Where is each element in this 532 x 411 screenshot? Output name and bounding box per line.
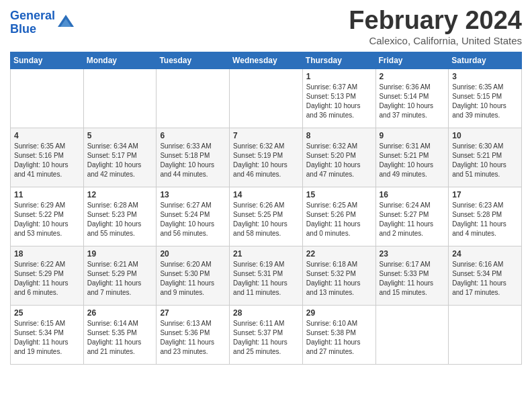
day-number: 21 xyxy=(233,249,299,259)
day-number: 25 xyxy=(14,308,80,318)
day-number: 1 xyxy=(306,72,372,81)
calendar-body: 1Sunrise: 6:37 AM Sunset: 5:13 PM Daylig… xyxy=(11,68,522,364)
logo: GeneralBlue xyxy=(10,9,75,36)
day-number: 29 xyxy=(306,308,372,318)
calendar-cell: 28Sunrise: 6:11 AM Sunset: 5:37 PM Dayli… xyxy=(230,305,303,364)
day-number: 28 xyxy=(233,308,299,318)
calendar-cell: 23Sunrise: 6:17 AM Sunset: 5:33 PM Dayli… xyxy=(375,246,449,305)
day-number: 18 xyxy=(14,249,80,259)
day-number: 20 xyxy=(160,249,226,259)
day-info: Sunrise: 6:23 AM Sunset: 5:28 PM Dayligh… xyxy=(452,201,518,238)
day-info: Sunrise: 6:25 AM Sunset: 5:26 PM Dayligh… xyxy=(306,201,372,238)
calendar-cell xyxy=(449,305,522,364)
day-number: 3 xyxy=(452,72,518,81)
day-number: 27 xyxy=(160,308,226,318)
day-info: Sunrise: 6:13 AM Sunset: 5:36 PM Dayligh… xyxy=(160,319,226,357)
calendar-cell: 2Sunrise: 6:36 AM Sunset: 5:14 PM Daylig… xyxy=(375,68,449,128)
day-number: 22 xyxy=(306,249,372,259)
calendar-cell xyxy=(375,305,449,364)
day-info: Sunrise: 6:26 AM Sunset: 5:25 PM Dayligh… xyxy=(233,201,299,238)
calendar-table: Sunday Monday Tuesday Wednesday Thursday… xyxy=(10,52,522,365)
logo-icon xyxy=(56,13,75,32)
week-row-2: 4Sunrise: 6:35 AM Sunset: 5:16 PM Daylig… xyxy=(11,128,522,187)
day-number: 14 xyxy=(233,190,299,199)
day-info: Sunrise: 6:21 AM Sunset: 5:29 PM Dayligh… xyxy=(87,260,153,298)
calendar-cell: 20Sunrise: 6:20 AM Sunset: 5:30 PM Dayli… xyxy=(157,246,230,305)
calendar-cell: 12Sunrise: 6:28 AM Sunset: 5:23 PM Dayli… xyxy=(83,187,157,246)
day-number: 24 xyxy=(452,249,518,259)
day-number: 23 xyxy=(380,249,445,259)
calendar-cell: 21Sunrise: 6:19 AM Sunset: 5:31 PM Dayli… xyxy=(230,246,303,305)
day-info: Sunrise: 6:20 AM Sunset: 5:30 PM Dayligh… xyxy=(160,260,226,298)
day-info: Sunrise: 6:27 AM Sunset: 5:24 PM Dayligh… xyxy=(160,201,226,238)
day-number: 8 xyxy=(306,131,372,140)
day-number: 4 xyxy=(14,131,80,140)
calendar-cell: 13Sunrise: 6:27 AM Sunset: 5:24 PM Dayli… xyxy=(157,187,230,246)
day-info: Sunrise: 6:22 AM Sunset: 5:29 PM Dayligh… xyxy=(14,260,80,298)
day-number: 6 xyxy=(160,131,226,140)
day-number: 2 xyxy=(380,72,445,81)
day-info: Sunrise: 6:37 AM Sunset: 5:13 PM Dayligh… xyxy=(306,83,372,120)
day-info: Sunrise: 6:34 AM Sunset: 5:17 PM Dayligh… xyxy=(87,142,153,179)
calendar-cell: 11Sunrise: 6:29 AM Sunset: 5:22 PM Dayli… xyxy=(11,187,84,246)
calendar-cell: 17Sunrise: 6:23 AM Sunset: 5:28 PM Dayli… xyxy=(449,187,522,246)
calendar-cell: 5Sunrise: 6:34 AM Sunset: 5:17 PM Daylig… xyxy=(83,128,157,187)
week-row-1: 1Sunrise: 6:37 AM Sunset: 5:13 PM Daylig… xyxy=(11,68,522,128)
day-number: 10 xyxy=(452,131,518,140)
day-info: Sunrise: 6:30 AM Sunset: 5:21 PM Dayligh… xyxy=(452,142,518,179)
col-saturday: Saturday xyxy=(449,52,522,68)
day-number: 9 xyxy=(380,131,445,140)
day-info: Sunrise: 6:19 AM Sunset: 5:31 PM Dayligh… xyxy=(233,260,299,298)
calendar-cell: 27Sunrise: 6:13 AM Sunset: 5:36 PM Dayli… xyxy=(157,305,230,364)
col-tuesday: Tuesday xyxy=(157,52,230,68)
calendar-cell: 15Sunrise: 6:25 AM Sunset: 5:26 PM Dayli… xyxy=(302,187,375,246)
day-number: 16 xyxy=(380,190,445,199)
calendar-cell: 10Sunrise: 6:30 AM Sunset: 5:21 PM Dayli… xyxy=(449,128,522,187)
calendar-cell: 18Sunrise: 6:22 AM Sunset: 5:29 PM Dayli… xyxy=(11,246,84,305)
day-info: Sunrise: 6:18 AM Sunset: 5:32 PM Dayligh… xyxy=(306,260,372,298)
day-info: Sunrise: 6:32 AM Sunset: 5:19 PM Dayligh… xyxy=(233,142,299,179)
day-info: Sunrise: 6:28 AM Sunset: 5:23 PM Dayligh… xyxy=(87,201,153,238)
day-number: 26 xyxy=(87,308,153,318)
calendar-cell: 25Sunrise: 6:15 AM Sunset: 5:34 PM Dayli… xyxy=(11,305,84,364)
calendar-cell: 8Sunrise: 6:32 AM Sunset: 5:20 PM Daylig… xyxy=(302,128,375,187)
calendar-cell xyxy=(11,68,84,128)
calendar-cell: 4Sunrise: 6:35 AM Sunset: 5:16 PM Daylig… xyxy=(11,128,84,187)
week-row-4: 18Sunrise: 6:22 AM Sunset: 5:29 PM Dayli… xyxy=(11,246,522,305)
col-friday: Friday xyxy=(375,52,449,68)
day-info: Sunrise: 6:35 AM Sunset: 5:16 PM Dayligh… xyxy=(14,142,80,179)
day-info: Sunrise: 6:33 AM Sunset: 5:18 PM Dayligh… xyxy=(160,142,226,179)
calendar-cell: 29Sunrise: 6:10 AM Sunset: 5:38 PM Dayli… xyxy=(302,305,375,364)
calendar-header-row: Sunday Monday Tuesday Wednesday Thursday… xyxy=(11,52,522,68)
day-info: Sunrise: 6:35 AM Sunset: 5:15 PM Dayligh… xyxy=(452,83,518,120)
day-info: Sunrise: 6:29 AM Sunset: 5:22 PM Dayligh… xyxy=(14,201,80,238)
calendar-cell xyxy=(157,68,230,128)
day-number: 7 xyxy=(233,131,299,140)
col-thursday: Thursday xyxy=(302,52,375,68)
calendar-cell: 7Sunrise: 6:32 AM Sunset: 5:19 PM Daylig… xyxy=(230,128,303,187)
month-title: February 2024 xyxy=(349,7,522,35)
title-area: February 2024 Calexico, California, Unit… xyxy=(349,7,522,46)
calendar-cell: 1Sunrise: 6:37 AM Sunset: 5:13 PM Daylig… xyxy=(302,68,375,128)
day-info: Sunrise: 6:11 AM Sunset: 5:37 PM Dayligh… xyxy=(233,319,299,357)
day-info: Sunrise: 6:16 AM Sunset: 5:34 PM Dayligh… xyxy=(452,260,518,298)
day-number: 5 xyxy=(87,131,153,140)
col-sunday: Sunday xyxy=(11,52,84,68)
calendar-cell xyxy=(83,68,157,128)
day-number: 11 xyxy=(14,190,80,199)
calendar-cell: 14Sunrise: 6:26 AM Sunset: 5:25 PM Dayli… xyxy=(230,187,303,246)
day-info: Sunrise: 6:24 AM Sunset: 5:27 PM Dayligh… xyxy=(380,201,445,238)
calendar-cell: 6Sunrise: 6:33 AM Sunset: 5:18 PM Daylig… xyxy=(157,128,230,187)
day-number: 19 xyxy=(87,249,153,259)
calendar-cell: 9Sunrise: 6:31 AM Sunset: 5:21 PM Daylig… xyxy=(375,128,449,187)
calendar-cell: 24Sunrise: 6:16 AM Sunset: 5:34 PM Dayli… xyxy=(449,246,522,305)
subtitle: Calexico, California, United States xyxy=(349,35,522,46)
day-info: Sunrise: 6:14 AM Sunset: 5:35 PM Dayligh… xyxy=(87,319,153,357)
day-info: Sunrise: 6:36 AM Sunset: 5:14 PM Dayligh… xyxy=(380,83,445,120)
day-info: Sunrise: 6:15 AM Sunset: 5:34 PM Dayligh… xyxy=(14,319,80,357)
header: GeneralBlue February 2024 Calexico, Cali… xyxy=(10,7,522,46)
calendar-cell: 3Sunrise: 6:35 AM Sunset: 5:15 PM Daylig… xyxy=(449,68,522,128)
calendar-cell: 26Sunrise: 6:14 AM Sunset: 5:35 PM Dayli… xyxy=(83,305,157,364)
day-number: 13 xyxy=(160,190,226,199)
col-wednesday: Wednesday xyxy=(230,52,303,68)
